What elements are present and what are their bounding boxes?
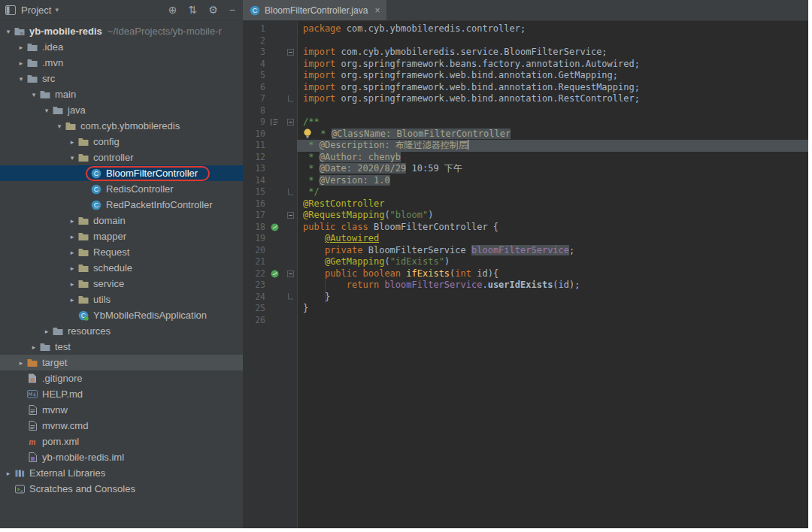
tree-item-rediscontroller[interactable]: CRedisController [0, 181, 243, 197]
chevron-right-icon[interactable]: ▸ [67, 138, 77, 146]
code-text[interactable]: private BloomFilterService bloomFilterSe… [297, 245, 808, 257]
line-number[interactable]: 17 [243, 210, 265, 222]
line-number[interactable]: 3 [243, 47, 265, 59]
line-number[interactable]: 20 [243, 245, 265, 257]
chevron-down-icon[interactable]: ▾ [67, 154, 77, 162]
tree-item-idea[interactable]: ▸.idea [0, 39, 243, 55]
line-number[interactable]: 13 [243, 163, 265, 175]
chevron-right-icon[interactable]: ▸ [16, 359, 26, 367]
line-number[interactable]: 12 [243, 152, 265, 164]
tree-item-schedule[interactable]: ▸schedule [0, 260, 243, 276]
line-number[interactable]: 21 [243, 256, 265, 268]
line-number[interactable]: 15 [243, 186, 265, 198]
tree-item-target[interactable]: ▸target [0, 355, 243, 370]
panel-title[interactable]: Project [21, 5, 51, 16]
line-number[interactable]: 19 [243, 233, 265, 245]
tree-item-scratches-and-consoles[interactable]: Scratches and Consoles [0, 481, 243, 497]
code-text[interactable]: import org.springframework.web.bind.anno… [297, 82, 808, 94]
code-text[interactable]: @Autowired [297, 233, 808, 245]
code-text[interactable]: * @Description: 布隆过滤器控制层 [297, 140, 808, 152]
fold-start-icon[interactable] [283, 268, 297, 280]
line-number[interactable]: 1 [243, 23, 265, 35]
line-number[interactable]: 23 [243, 280, 265, 292]
line-number[interactable]: 16 [243, 198, 265, 210]
code-text[interactable]: import com.cyb.ybmobileredis.service.Blo… [297, 47, 808, 59]
line-number[interactable]: 9 [243, 116, 265, 128]
code-text[interactable] [297, 105, 808, 117]
code-text[interactable]: package com.cyb.ybmobileredis.controller… [297, 23, 808, 35]
fold-end-icon[interactable] [283, 186, 297, 198]
chevron-right-icon[interactable]: ▸ [67, 233, 77, 240]
tree-item-com-cyb-ybmobileredis[interactable]: ▾com.cyb.ybmobileredis [0, 118, 243, 134]
code-text[interactable] [297, 35, 808, 47]
code-text[interactable]: */ [297, 186, 808, 198]
tree-item-utils[interactable]: ▸utils [0, 292, 243, 307]
code-text[interactable]: import org.springframework.beans.factory… [297, 59, 808, 71]
spring-bean-icon[interactable] [265, 268, 283, 280]
chevron-right-icon[interactable]: ▸ [16, 44, 26, 51]
chevron-down-icon[interactable]: ▾ [41, 107, 52, 114]
code-text[interactable]: import org.springframework.web.bind.anno… [297, 70, 808, 82]
chevron-right-icon[interactable]: ▸ [67, 264, 77, 272]
line-number[interactable]: 14 [243, 175, 265, 187]
line-number[interactable]: 6 [243, 82, 265, 94]
line-number[interactable]: 25 [243, 303, 265, 315]
code-text[interactable]: return bloomFilterService.userIdExists(i… [297, 280, 808, 292]
line-number[interactable]: 22 [243, 268, 265, 280]
tree-item-config[interactable]: ▸config [0, 134, 243, 150]
code-text[interactable] [297, 315, 808, 327]
tree-item-redpacketinfocontroller[interactable]: CRedPacketInfoController [0, 197, 243, 213]
close-tab-icon[interactable]: × [374, 5, 380, 16]
tree-item-mvnw-cmd[interactable]: mvnw.cmd [0, 418, 243, 434]
tree-item-src[interactable]: ▾src [0, 71, 243, 86]
chevron-down-icon[interactable]: ▾ [16, 75, 26, 83]
code-text[interactable]: @RequestMapping("bloom") [297, 210, 808, 222]
chevron-down-icon[interactable]: ▾ [54, 122, 65, 130]
chevron-right-icon[interactable]: ▸ [3, 470, 14, 477]
fold-start-icon[interactable] [283, 210, 297, 222]
tree-item-service[interactable]: ▸service [0, 276, 243, 292]
intention-bulb-icon[interactable] [303, 128, 313, 138]
tree-item-gitignore[interactable]: .gitignore [0, 370, 243, 386]
chevron-down-icon[interactable]: ▾ [29, 91, 39, 98]
chevron-right-icon[interactable]: ▸ [67, 249, 77, 256]
code-text[interactable]: import org.springframework.web.bind.anno… [297, 93, 808, 105]
code-text[interactable]: @GetMapping("idExists") [297, 256, 808, 268]
tree-item-mapper[interactable]: ▸mapper [0, 228, 243, 244]
tree-item-mvnw[interactable]: mvnw [0, 402, 243, 418]
code-text[interactable]: * @Date: 2020/8/29 10:59 下午 [297, 163, 808, 175]
tree-item-bloomfiltercontroller[interactable]: CBloomFilterController [0, 165, 243, 181]
line-number[interactable]: 5 [243, 70, 265, 82]
chevron-right-icon[interactable]: ▸ [41, 328, 52, 335]
line-number[interactable]: 7 [243, 93, 265, 105]
chevron-right-icon[interactable]: ▸ [67, 280, 77, 288]
code-text[interactable]: } [297, 292, 808, 304]
line-number[interactable]: 11 [243, 140, 265, 152]
tree-item-pom-xml[interactable]: mpom.xml [0, 434, 243, 449]
tree-item-controller[interactable]: ▾controller [0, 150, 243, 165]
code-text[interactable]: * @Author: chenyb [297, 152, 808, 164]
chevron-down-icon[interactable]: ▾ [55, 6, 59, 14]
chevron-right-icon[interactable]: ▸ [16, 59, 26, 67]
tree-item-ybmobileredisapplication[interactable]: CYbMobileRedisApplication [0, 307, 243, 323]
code-text[interactable]: * @Version: 1.0 [297, 175, 808, 187]
tree-item-help-md[interactable]: HELP.md [0, 386, 243, 402]
tree-item-external-libraries[interactable]: ▸External Libraries [0, 465, 243, 481]
fold-start-icon[interactable] [283, 47, 297, 59]
spring-bean-icon[interactable] [265, 222, 283, 234]
tree-item-domain[interactable]: ▸domain [0, 213, 243, 228]
line-number[interactable]: 8 [243, 105, 265, 117]
code-text[interactable]: * @ClassName: BloomFilterController [297, 128, 808, 141]
line-number[interactable]: 10 [243, 128, 265, 141]
fold-end-icon[interactable] [283, 93, 297, 105]
fold-end-icon[interactable] [283, 292, 297, 304]
fold-start-icon[interactable] [283, 116, 297, 128]
line-number[interactable]: 2 [243, 35, 265, 47]
line-number[interactable]: 4 [243, 59, 265, 71]
locate-file-icon[interactable]: ⊕ [168, 5, 177, 15]
chevron-down-icon[interactable]: ▾ [3, 28, 14, 35]
tree-item-request[interactable]: ▸Request [0, 244, 243, 260]
chevron-right-icon[interactable]: ▸ [67, 296, 77, 304]
code-editor[interactable]: 1package com.cyb.ybmobileredis.controlle… [243, 21, 808, 528]
tree-item-mvn[interactable]: ▸.mvn [0, 55, 243, 71]
